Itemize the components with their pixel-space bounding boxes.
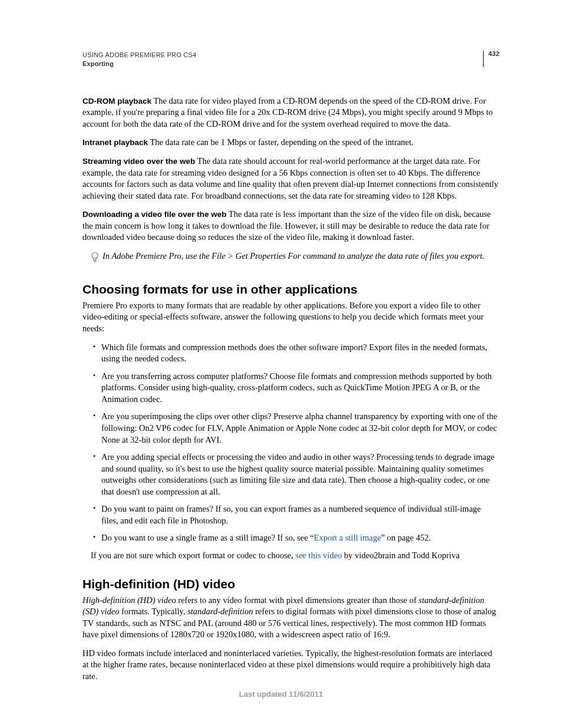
list-item: Do you want to paint on frames? If so, y… — [93, 503, 500, 526]
link-see-this-video[interactable]: see this video — [295, 551, 342, 560]
def-body: The data rate can be 1 Mbps or faster, d… — [148, 137, 414, 147]
def-streaming: Streaming video over the web The data ra… — [82, 156, 500, 202]
def-term: Streaming video over the web — [82, 157, 195, 166]
header-right: 432 — [483, 51, 500, 67]
def-term: CD-ROM playback — [82, 97, 151, 106]
section2-p2: HD video formats include interlaced and … — [82, 648, 500, 683]
bullet-pre: Do you want to use a single frame as a s… — [101, 533, 314, 542]
section1-closing: If you are not sure which export format … — [91, 550, 500, 562]
list-item: Are you superimposing the clips over oth… — [93, 411, 500, 446]
tip-note: In Adobe Premiere Pro, use the File > Ge… — [91, 251, 500, 266]
document-page: USING ADOBE PREMIERE PRO CS4 Exporting 4… — [0, 0, 562, 728]
text: formats. Typically, — [119, 607, 187, 616]
list-item: Are you adding special effects or proces… — [93, 452, 500, 498]
svg-point-0 — [92, 252, 98, 258]
tip-text: In Adobe Premiere Pro, use the File > Ge… — [103, 251, 484, 262]
list-item: Do you want to use a single frame as a s… — [93, 532, 500, 544]
def-term: Intranet playback — [82, 138, 148, 147]
text: refers to any video format with pixel di… — [176, 595, 419, 605]
lightbulb-icon — [91, 252, 99, 266]
list-item: Which file formats and compression metho… — [93, 342, 500, 365]
sd-short: standard-definition — [187, 607, 253, 616]
section2-p1: High-definition (HD) video refers to any… — [82, 595, 500, 641]
hd-term: High-definition (HD) video — [82, 595, 176, 605]
heading-hd-video: High-definition (HD) video — [82, 577, 500, 591]
closing-pre: If you are not sure which export format … — [91, 551, 295, 560]
doc-title: USING ADOBE PREMIERE PRO CS4 — [82, 51, 196, 60]
closing-post: by video2brain and Todd Kopriva — [342, 551, 459, 560]
link-export-still-image[interactable]: Export a still image — [314, 533, 381, 542]
def-downloading: Downloading a video file over the web Th… — [82, 209, 500, 243]
def-term: Downloading a video file over the web — [82, 210, 227, 219]
bullet-post: ” on page 452. — [381, 533, 431, 542]
section1-bullets: Which file formats and compression metho… — [82, 342, 500, 544]
doc-section: Exporting — [82, 60, 196, 68]
section1-intro: Premiere Pro exports to many formats tha… — [82, 300, 500, 335]
def-intranet: Intranet playback The data rate can be 1… — [82, 137, 500, 149]
page-header: USING ADOBE PREMIERE PRO CS4 Exporting 4… — [82, 51, 500, 68]
page-number: 432 — [483, 51, 500, 67]
def-cdrom: CD-ROM playback The data rate for video … — [82, 95, 500, 130]
header-left: USING ADOBE PREMIERE PRO CS4 Exporting — [82, 51, 196, 68]
heading-choosing-formats: Choosing formats for use in other applic… — [82, 282, 500, 297]
list-item: Are you transferring across computer pla… — [93, 371, 500, 406]
page-footer: Last updated 11/6/2011 — [0, 690, 562, 699]
